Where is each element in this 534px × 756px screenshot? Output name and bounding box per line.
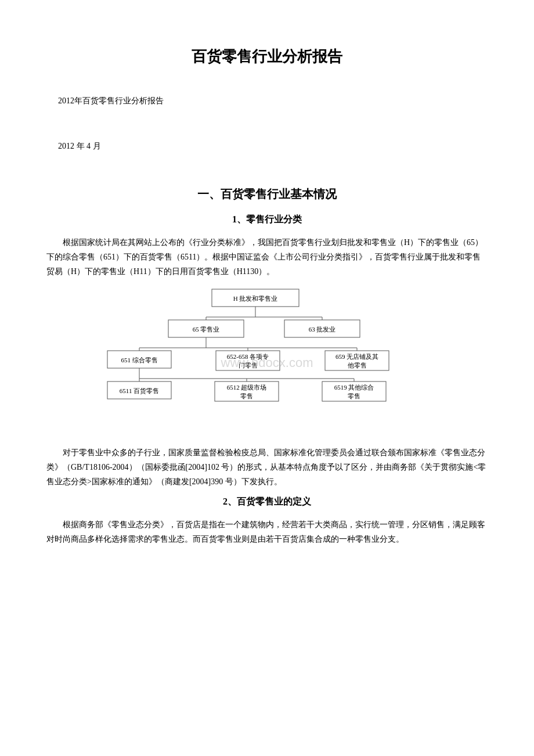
node-6511: 6511 百货零售 [120,387,159,394]
svg-text:门零售: 门零售 [239,362,258,369]
svg-text:他零售: 他零售 [348,362,367,369]
paragraph2: 对于零售业中众多的子行业，国家质量监督检验检疫总局、国家标准化管理委员会通过联合… [46,445,488,489]
paragraph3: 根据商务部《零售业态分类》，百货店是指在一个建筑物内，经营若干大类商品，实行统一… [46,517,488,546]
paragraph1: 根据国家统计局在其网站上公布的《行业分类标准》，我国把百货零售行业划归批发和零售… [46,235,488,279]
svg-text:零售: 零售 [240,393,253,399]
node-651: 651 综合零售 [121,357,157,363]
org-chart-container: www.bdocx.com H 批发和零售业 65 零售业 63 [46,286,488,440]
main-title: 百货零售行业分析报告 [46,46,488,67]
node-65: 65 零售业 [193,326,220,333]
node-63: 63 批发业 [309,326,336,333]
svg-text:零售: 零售 [348,393,360,399]
node-6519: 6519 其他综合 [334,384,374,391]
node-652-658: 652-658 各项专 [227,353,269,360]
date-line: 2012 年 4 月 [58,141,488,152]
subsection1-title: 1、零售行业分类 [46,214,488,226]
subsection2-title: 2、百货零售业的定义 [46,496,488,508]
node-H: H 批发和零售业 [233,295,278,302]
section1-title: 一、百货零售行业基本情况 [46,186,488,202]
page-container: 百货零售行业分析报告 2012年百货零售行业分析报告 2012 年 4 月 一、… [0,0,534,756]
org-chart: H 批发和零售业 65 零售业 63 批发业 [104,286,430,440]
node-659: 659 无店铺及其 [335,353,378,360]
node-6512: 6512 超级市场 [227,384,267,391]
subtitle-line: 2012年百货零售行业分析报告 [58,96,488,106]
